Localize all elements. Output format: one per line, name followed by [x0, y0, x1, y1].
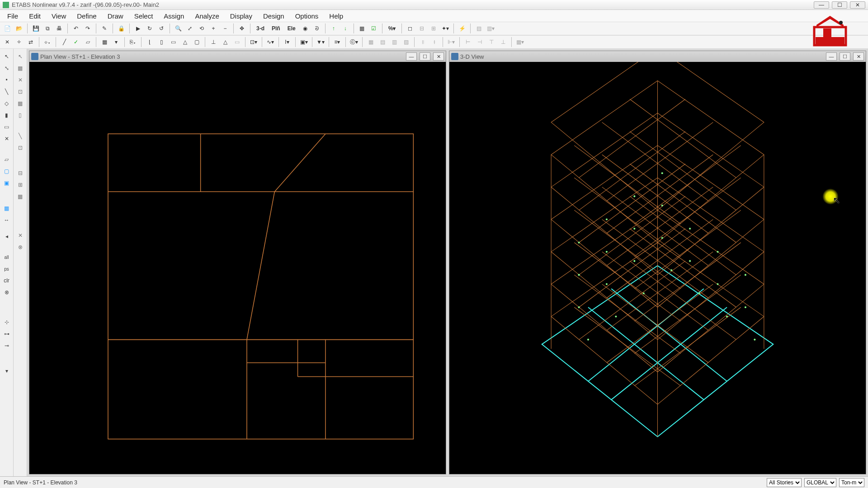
zoom-window-icon[interactable]: 🔍 [173, 23, 184, 34]
lt2-g-icon[interactable]: ╲ [15, 131, 26, 141]
lt2-e-icon[interactable]: ▦ [15, 98, 26, 109]
offset-b-icon[interactable]: ⊢ [462, 37, 473, 47]
clear-sel-icon[interactable]: clr [1, 275, 12, 286]
offset-e-icon[interactable]: ⊥ [498, 37, 509, 47]
save-icon[interactable]: 💾 [30, 23, 41, 34]
disabled-b-icon[interactable]: ▦ [365, 37, 376, 47]
mirror-icon[interactable]: ↺ [156, 23, 167, 34]
menu-select[interactable]: Select [130, 11, 158, 21]
draw-point-icon[interactable]: • [1, 75, 12, 85]
refresh-icon[interactable]: ✎ [99, 23, 110, 34]
draw-brace-icon[interactable]: ✕ [1, 133, 12, 144]
design-icon[interactable]: ⓒ▾ [349, 37, 359, 47]
center-icon[interactable]: ✧ [14, 37, 24, 47]
lt2-m-icon[interactable]: ⊗ [15, 242, 26, 253]
plan-view-close-button[interactable]: ✕ [433, 52, 444, 61]
zoom-in-icon[interactable]: + [208, 23, 219, 34]
lt2-f-icon[interactable]: ▯ [15, 110, 26, 121]
plan-view-max-button[interactable]: ☐ [420, 52, 430, 61]
menu-options[interactable]: Options [291, 11, 323, 21]
zoom-restore-icon[interactable]: ⤢ [184, 23, 195, 34]
fill-b-icon[interactable]: ▼▾ [315, 37, 326, 47]
area-icon[interactable]: ▱ [82, 37, 93, 47]
snap-mid-tool-icon[interactable]: ⊶ [1, 328, 12, 339]
menu-edit[interactable]: Edit [24, 11, 45, 21]
previous-sel-icon[interactable]: ◂ [1, 231, 12, 242]
set-elements-icon[interactable]: ☑ [368, 23, 379, 34]
disabled-c-icon[interactable]: ▤ [377, 37, 388, 47]
menu-assign[interactable]: Assign [159, 11, 189, 21]
minimize-button[interactable]: — [814, 1, 829, 9]
rotate-icon[interactable]: ↻ [144, 23, 155, 34]
stories-select[interactable]: All Stories [767, 478, 802, 487]
menu-display[interactable]: Display [226, 11, 257, 21]
slab-icon[interactable]: ▭ [168, 37, 179, 47]
reshape-icon[interactable]: ⟐▾ [42, 37, 53, 47]
plan-view-min-button[interactable]: — [406, 52, 417, 61]
new-file-icon[interactable]: 📄 [2, 23, 13, 34]
align-b-icon[interactable]: ⫲ [429, 37, 440, 47]
lt2-d-icon[interactable]: ⊡ [15, 86, 26, 97]
lt2-k-icon[interactable]: ▦ [15, 191, 26, 202]
draw-line-icon[interactable]: ╲ [1, 86, 12, 97]
lt2-a-icon[interactable]: ↖ [15, 51, 26, 62]
opening-icon[interactable]: ▢ [191, 37, 202, 47]
constraint-icon[interactable]: ⊡▾ [248, 37, 259, 47]
undo-icon[interactable]: ↶ [71, 23, 81, 34]
restraint-icon[interactable]: △ [220, 37, 231, 47]
print-icon[interactable]: 🖶 [54, 23, 65, 34]
pan-icon[interactable]: ✥ [236, 23, 247, 34]
dropdown-a-icon[interactable]: ▾ [111, 37, 122, 47]
menu-analyze[interactable]: Analyze [190, 11, 223, 21]
grid-b-icon[interactable]: ▥▾ [485, 23, 496, 34]
redo-icon[interactable]: ↷ [82, 23, 93, 34]
maximize-button[interactable]: ☐ [832, 1, 847, 9]
grid-a-icon[interactable]: ▤ [473, 23, 484, 34]
copy-icon[interactable]: ⎘▾ [127, 37, 138, 47]
snap-point-icon[interactable]: ◻ [405, 23, 415, 34]
dimension-icon[interactable]: ↔ [1, 215, 12, 225]
prev-select-icon[interactable]: ps [1, 263, 12, 274]
lt2-j-icon[interactable]: ⊞ [15, 179, 26, 190]
menu-help[interactable]: Help [325, 11, 348, 21]
close-button[interactable]: ✕ [850, 1, 865, 9]
draw-frame-icon[interactable]: ◇ [1, 98, 12, 109]
move-icon[interactable]: ⇄ [25, 37, 36, 47]
text-icon[interactable]: I▾ [282, 37, 292, 47]
align-a-icon[interactable]: ⫴ [417, 37, 428, 47]
draw-col-icon[interactable]: ▮ [1, 110, 12, 121]
select-all-icon[interactable]: all [1, 252, 12, 263]
inter-sel-icon[interactable]: ⊗ [1, 287, 12, 298]
zoom-out-icon[interactable]: − [220, 23, 231, 34]
lock-icon[interactable]: 🔒 [116, 23, 127, 34]
offset-c-icon[interactable]: ⊣ [474, 37, 485, 47]
point-icon[interactable]: ╱ [59, 37, 70, 47]
3d-view-max-button[interactable]: ☐ [840, 52, 850, 61]
orbit-icon[interactable]: ◉ [300, 23, 311, 34]
object-fill-icon[interactable]: ▦ [357, 23, 368, 34]
disabled-a-icon[interactable]: ▭ [231, 37, 242, 47]
snap-point-tool-icon[interactable]: ⊹ [1, 317, 12, 328]
snap-mid-icon[interactable]: ⊟ [416, 23, 427, 34]
wall-icon[interactable]: △ [179, 37, 190, 47]
lt2-h-icon[interactable]: ⊡ [15, 142, 26, 153]
perspective-icon[interactable]: ᘐ [311, 23, 322, 34]
view-plan-button[interactable]: Plñ [269, 23, 283, 34]
view-3d-button[interactable]: 3-d [253, 23, 268, 34]
3d-view-min-button[interactable]: — [826, 52, 837, 61]
menu-design[interactable]: Design [259, 11, 289, 21]
view-elev-button[interactable]: Ele [284, 23, 299, 34]
grid-icon[interactable]: ▦ [99, 37, 110, 47]
plan-view-canvas[interactable] [29, 62, 446, 474]
move-up-icon[interactable]: ↑ [328, 23, 339, 34]
menu-draw[interactable]: Draw [103, 11, 128, 21]
load-icon[interactable]: ⊥ [208, 37, 219, 47]
offset-d-icon[interactable]: ⊤ [486, 37, 497, 47]
disabled-d-icon[interactable]: ▥ [389, 37, 400, 47]
expand-icon[interactable]: ▾ [1, 366, 12, 376]
lt2-l-icon[interactable]: ✕ [15, 230, 26, 241]
percent-icon[interactable]: %▾ [385, 23, 399, 34]
reshape-tool-icon[interactable]: ⤡ [1, 63, 12, 74]
menu-view[interactable]: View [47, 11, 71, 21]
move-down-icon[interactable]: ↓ [340, 23, 351, 34]
